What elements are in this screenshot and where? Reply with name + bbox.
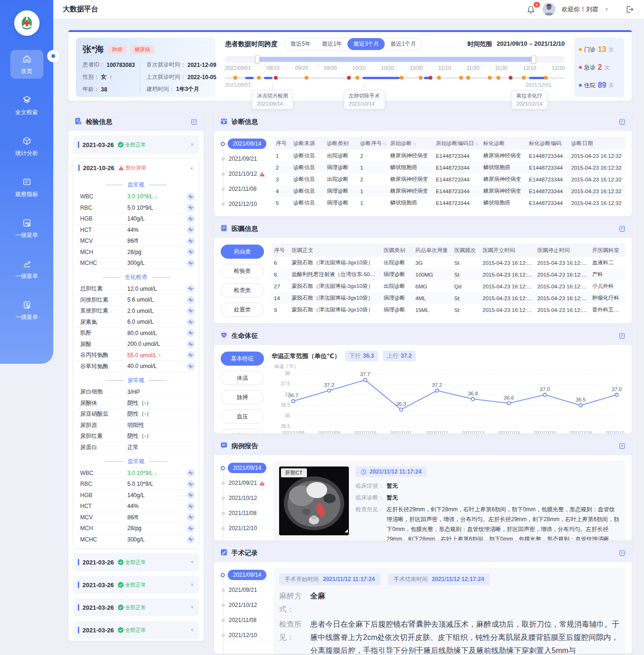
outpatient-event-dot[interactable] xyxy=(488,76,492,80)
outpatient-event-dot[interactable] xyxy=(400,76,404,80)
table-row[interactable]: 27蒙脱石散（津法国博福-3gx10袋）出院诊断6MGQd2015-04-23 … xyxy=(272,280,625,292)
range-button[interactable]: 最近1个月 xyxy=(385,38,422,50)
sidebar-item-4[interactable]: 一级菜单 xyxy=(10,214,43,243)
trend-wave-icon[interactable] xyxy=(187,215,195,223)
emergency-event-dot[interactable] xyxy=(274,76,278,80)
column-header[interactable]: 诊断序号↑↓ xyxy=(358,137,388,150)
diagnosis-note-icon[interactable] xyxy=(619,118,626,126)
vitals-note-icon[interactable] xyxy=(619,332,626,340)
ct-scan-image[interactable]: 肝部CT xyxy=(279,467,349,535)
trend-wave-icon[interactable] xyxy=(187,329,195,337)
trend-wave-icon[interactable] xyxy=(187,259,195,267)
date-timeline-item[interactable]: 2021/09/14 xyxy=(221,462,273,474)
hospital-stay-segment[interactable] xyxy=(529,77,546,79)
column-header[interactable]: 原始诊断↑↓ xyxy=(388,137,433,150)
vitals-high-badge[interactable]: 上行37.2 xyxy=(383,351,416,361)
lab-note-icon[interactable] xyxy=(190,118,198,126)
vitals-tab-脉搏[interactable]: 脉搏 xyxy=(221,390,264,404)
trend-wave-icon[interactable] xyxy=(187,285,195,293)
date-timeline-item[interactable]: 2021/09/21 xyxy=(221,477,273,489)
vitals-tab-其它特征[interactable]: 其它特征 xyxy=(221,429,264,434)
date-timeline-item[interactable]: 2021/10/12 xyxy=(221,168,273,180)
date-timeline-item[interactable]: 2021/09/14 xyxy=(221,138,273,149)
hospital-stay-segment[interactable] xyxy=(363,77,400,79)
chevron-down-icon[interactable]: ▼ xyxy=(190,628,194,632)
chevron-down-icon[interactable]: ▼ xyxy=(190,582,194,587)
emergency-event-dot[interactable] xyxy=(347,76,351,80)
trend-wave-icon[interactable] xyxy=(187,513,195,521)
report-note-icon[interactable] xyxy=(619,442,626,450)
lab-entry-header[interactable]: 2021-03-26全部正常▼ xyxy=(73,553,199,571)
table-row[interactable]: 5诊断信息病理诊断1鳞状细胞癌E1448723344鳞状细胞癌E14487233… xyxy=(273,197,625,209)
trend-wave-icon[interactable] xyxy=(187,296,195,304)
date-timeline-item[interactable]: 2021/12/10 xyxy=(221,198,273,210)
sidebar-item-0[interactable]: 首页 xyxy=(10,50,43,79)
sidebar-item-6[interactable]: 一级菜单 xyxy=(10,296,43,325)
sort-icon[interactable]: ↑↓ xyxy=(475,141,478,146)
table-row[interactable]: 6盐酸利托君注射液（台湾信东-50mg:5ml）病理诊断100MGSt2015-… xyxy=(272,269,625,280)
outpatient-event-dot[interactable] xyxy=(233,76,237,80)
emergency-event-dot[interactable] xyxy=(429,76,432,80)
table-row[interactable]: 6蒙脱石散（津法国博福-3gx10袋）出院诊断3GSt2015-04-23 16… xyxy=(272,257,625,269)
date-timeline-item[interactable]: 2021/09/21 xyxy=(221,153,273,164)
sidebar-item-5[interactable]: 一级菜单 xyxy=(10,255,43,284)
trend-wave-icon[interactable] xyxy=(187,351,195,359)
orders-tab-药品类[interactable]: 药品类 xyxy=(221,245,264,259)
range-button[interactable]: 最近3个月 xyxy=(347,38,385,50)
sort-icon[interactable]: ↑↓ xyxy=(413,141,416,146)
sidebar-item-1[interactable]: 全文检索 xyxy=(10,91,43,120)
date-timeline-item[interactable]: 2021/10/12 xyxy=(221,492,273,504)
emergency-event-dot[interactable] xyxy=(509,76,512,80)
outpatient-event-dot[interactable] xyxy=(305,76,308,80)
outpatient-event-dot[interactable] xyxy=(459,76,463,80)
slider-handle-right[interactable] xyxy=(531,55,536,64)
trend-wave-icon[interactable] xyxy=(187,469,195,477)
vitals-tab-基本特征[interactable]: 基本特征 xyxy=(221,352,264,366)
table-row[interactable]: 1诊断信息出院诊断2糖尿病神经病变E1448723344糖尿病神经病变E1448… xyxy=(273,150,625,162)
hospital-stay-segment[interactable] xyxy=(264,77,272,79)
range-button[interactable]: 最近5年 xyxy=(285,38,316,50)
trend-wave-icon[interactable] xyxy=(187,491,195,499)
orders-tab-处置类[interactable]: 处置类 xyxy=(221,303,264,317)
trend-wave-icon[interactable] xyxy=(187,362,195,370)
outpatient-event-dot[interactable] xyxy=(419,76,422,80)
lab-entry-header[interactable]: 2021-10-26部分异常▲ xyxy=(74,159,198,177)
table-row[interactable]: 14蒙脱石散（津法国博福-3gx10袋）病理诊断4MLSt2015-04-23 … xyxy=(272,292,625,304)
trend-wave-icon[interactable] xyxy=(187,535,195,543)
outpatient-event-dot[interactable] xyxy=(257,76,261,80)
lab-entry-header[interactable]: 2021-03-26全部正常▼ xyxy=(73,598,199,616)
surgery-note-icon[interactable] xyxy=(619,549,626,557)
notification-bell-button[interactable]: 5 xyxy=(526,4,537,15)
date-timeline-item[interactable]: 2021/11/08 xyxy=(221,508,273,519)
column-header[interactable]: 原始诊断编码日↑↓ xyxy=(433,137,481,150)
vitals-tab-血压[interactable]: 血压 xyxy=(221,409,264,424)
date-timeline-item[interactable]: 2021/11/08 xyxy=(221,183,273,195)
trend-wave-icon[interactable] xyxy=(187,340,195,348)
trend-wave-icon[interactable] xyxy=(187,248,195,256)
time-range-slider[interactable] xyxy=(225,57,565,62)
outpatient-event-dot[interactable] xyxy=(496,76,500,80)
chevron-up-icon[interactable]: ▲ xyxy=(190,165,194,170)
date-timeline-item[interactable]: 2021/10/12 xyxy=(221,599,273,611)
date-timeline-item[interactable]: 2021/11/08 xyxy=(221,614,273,626)
lab-entry-header[interactable]: 2021-03-26全部正常▼ xyxy=(73,576,199,594)
avatar[interactable] xyxy=(543,3,555,16)
sidebar-item-2[interactable]: 统计分析 xyxy=(10,132,43,161)
chevron-down-icon[interactable]: ▼ xyxy=(190,560,194,565)
outpatient-event-dot[interactable] xyxy=(522,76,526,80)
trend-wave-icon[interactable] xyxy=(187,204,195,212)
lab-entry-header[interactable]: 2021-03-26全部正常▼ xyxy=(73,136,199,154)
sidebar-item-3[interactable]: 观察指标 xyxy=(10,173,43,202)
slider-handle-left[interactable] xyxy=(255,55,260,64)
date-timeline-item[interactable]: 2021/12/10 xyxy=(221,523,273,534)
date-timeline-item[interactable]: 2021/09/14 xyxy=(221,569,273,581)
trend-wave-icon[interactable] xyxy=(187,193,195,201)
trend-wave-icon[interactable] xyxy=(187,480,195,488)
trend-wave-icon[interactable] xyxy=(187,226,195,234)
trend-wave-icon[interactable] xyxy=(187,307,195,315)
orders-note-icon[interactable] xyxy=(619,225,626,233)
outpatient-event-dot[interactable] xyxy=(437,76,441,80)
outpatient-event-dot[interactable] xyxy=(544,76,548,80)
chevron-down-icon[interactable]: ▼ xyxy=(190,142,194,147)
trend-wave-icon[interactable] xyxy=(187,502,195,510)
